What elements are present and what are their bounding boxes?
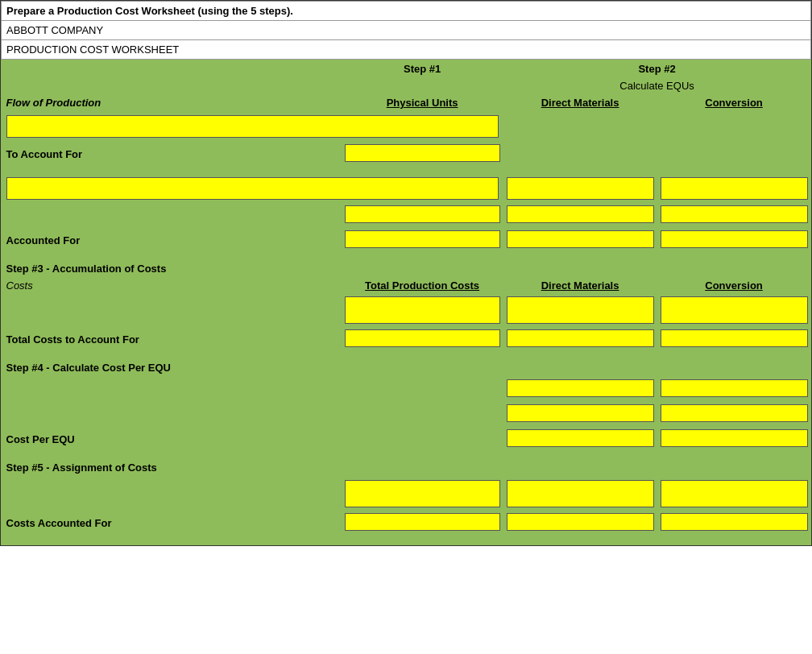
step4-conv-input-cell[interactable] (657, 377, 811, 402)
step2-label: Step #2 (503, 60, 811, 79)
to-account-for-input-cell[interactable] (342, 141, 503, 168)
step3-conv-header: Conversion (657, 278, 811, 293)
accounted-for-label: Accounted For (2, 228, 342, 253)
step5-dm-input[interactable] (507, 480, 654, 507)
costs-accounted-total-cell[interactable] (342, 511, 503, 536)
instruction-text: Prepare a Production Cost Worksheet (usi… (2, 2, 811, 21)
input-row2-conv-cell[interactable] (657, 174, 811, 203)
sub-input-conv-cell[interactable] (657, 203, 811, 228)
total-costs-total-cell[interactable] (342, 327, 503, 352)
step4-label-spacer (2, 377, 342, 402)
costs-accounted-conv-input[interactable] (661, 513, 808, 531)
step5-header: Step #5 - Assignment of Costs (2, 458, 811, 477)
col-physical-header: Physical Units (342, 93, 503, 112)
step4-dm-input2-cell[interactable] (503, 402, 657, 427)
cost-per-equ-label: Cost Per EQU (2, 427, 342, 452)
spacer-1 (2, 168, 811, 174)
flow-label-spacer (2, 60, 342, 79)
cost-per-equ-empty-total (342, 427, 503, 452)
costs-accounted-dm-input[interactable] (507, 513, 654, 531)
step1-label: Step #1 (342, 60, 503, 79)
accounted-for-conv[interactable] (661, 230, 808, 248)
cost-per-equ-conv-cell[interactable] (657, 427, 811, 452)
step4-empty-total (342, 377, 503, 402)
input-row1-wide[interactable] (2, 112, 503, 141)
step5-conv-input[interactable] (661, 480, 808, 507)
input-field-row2-wide[interactable] (6, 177, 499, 200)
step3-conv-input-cell[interactable] (657, 293, 811, 327)
company-name: ABBOTT COMPANY (2, 21, 811, 40)
accounted-for-dm[interactable] (507, 230, 654, 248)
to-account-for-input[interactable] (345, 144, 500, 162)
costs-accounted-conv-cell[interactable] (657, 511, 811, 536)
step3-dm-input[interactable] (507, 296, 654, 324)
step4-dm-input-cell[interactable] (503, 377, 657, 402)
spacer-4 (2, 452, 811, 458)
accounted-for-physical-cell[interactable] (342, 228, 503, 253)
step3-header: Step #3 - Accumulation of Costs (2, 259, 811, 278)
costs-accounted-total-input[interactable] (345, 513, 500, 531)
input-field-row2-dm[interactable] (507, 177, 654, 200)
sub-input-physical[interactable] (345, 205, 500, 223)
spacer-3 (2, 352, 811, 358)
input-field-row2-conv[interactable] (661, 177, 808, 200)
total-costs-conv-input[interactable] (661, 329, 808, 347)
step3-dm-input-cell[interactable] (503, 293, 657, 327)
step4-dm-input2[interactable] (507, 404, 654, 422)
empty-cell-2 (342, 78, 503, 93)
step5-input-label-spacer (2, 477, 342, 511)
worksheet-title: PRODUCTION COST WORKSHEET (2, 40, 811, 60)
input-row2-wide-cell[interactable] (2, 174, 503, 203)
total-costs-dm-input[interactable] (507, 329, 654, 347)
step4-header: Step #4 - Calculate Cost Per EQU (2, 358, 811, 377)
total-costs-dm-cell[interactable] (503, 327, 657, 352)
step4-dm-input[interactable] (507, 379, 654, 397)
step3-total-input-cell[interactable] (342, 293, 503, 327)
empty-dm-1 (503, 112, 657, 141)
col-dm-header: Direct Materials (503, 93, 657, 112)
step3-dm-header: Direct Materials (503, 278, 657, 293)
total-costs-conv-cell[interactable] (657, 327, 811, 352)
total-costs-label: Total Costs to Account For (2, 327, 342, 352)
step2-sub: Calculate EQUs (503, 78, 811, 93)
total-costs-total-input[interactable] (345, 329, 500, 347)
costs-accounted-for-label: Costs Accounted For (2, 511, 342, 536)
step4-conv-input2[interactable] (661, 404, 808, 422)
accounted-for-conv-cell[interactable] (657, 228, 811, 253)
step5-total-input[interactable] (345, 480, 500, 507)
to-account-for-label: To Account For (2, 141, 342, 168)
spacer-2 (2, 253, 811, 259)
step4-conv-input2-cell[interactable] (657, 402, 811, 427)
costs-label: Costs (2, 278, 342, 293)
step4-conv-input[interactable] (661, 379, 808, 397)
total-production-costs-header: Total Production Costs (342, 278, 503, 293)
input-row2-dm-cell[interactable] (503, 174, 657, 203)
sub-input-dm[interactable] (507, 205, 654, 223)
sub-input-conv[interactable] (661, 205, 808, 223)
cost-per-equ-conv-input[interactable] (661, 429, 808, 447)
step5-conv-input-cell[interactable] (657, 477, 811, 511)
sub-input-dm-cell[interactable] (503, 203, 657, 228)
col-flow-header: Flow of Production (2, 93, 342, 112)
col-conv-header: Conversion (657, 93, 811, 112)
step5-dm-input-cell[interactable] (503, 477, 657, 511)
empty-conv-1 (657, 112, 811, 141)
empty-dm-2 (503, 141, 657, 168)
sub-input-physical-cell[interactable] (342, 203, 503, 228)
cost-per-equ-dm-input[interactable] (507, 429, 654, 447)
cost-per-equ-dm-cell[interactable] (503, 427, 657, 452)
empty-cell-1 (2, 78, 342, 93)
step5-total-input-cell[interactable] (342, 477, 503, 511)
step4-empty-total2 (342, 402, 503, 427)
step4-label2-spacer (2, 402, 342, 427)
bottom-spacer (2, 536, 811, 545)
empty-label-3 (2, 203, 342, 228)
costs-accounted-dm-cell[interactable] (503, 511, 657, 536)
input-field-row1-wide[interactable] (6, 115, 499, 138)
empty-conv-2 (657, 141, 811, 168)
accounted-for-dm-cell[interactable] (503, 228, 657, 253)
step3-conv-input[interactable] (661, 296, 808, 324)
step3-total-input[interactable] (345, 296, 500, 324)
accounted-for-physical[interactable] (345, 230, 500, 248)
step3-input-label-spacer (2, 293, 342, 327)
